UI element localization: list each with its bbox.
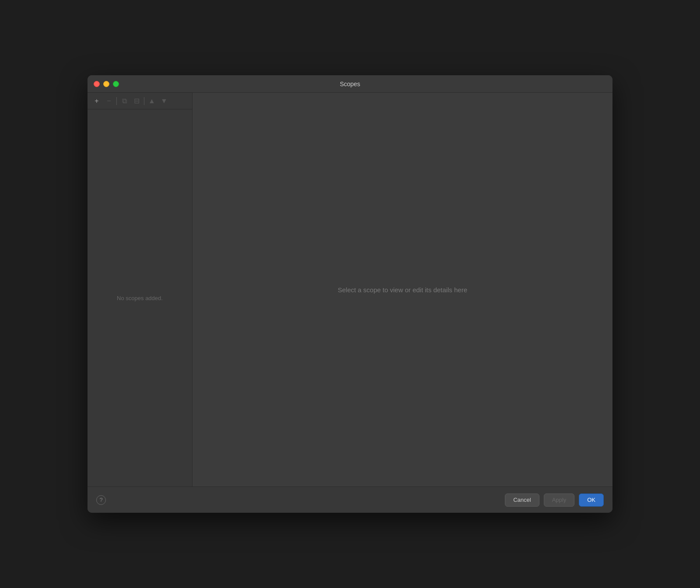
- footer: ? Cancel Apply OK: [88, 486, 612, 513]
- ok-button[interactable]: OK: [579, 494, 604, 507]
- sidebar-toolbar: + − ⧉ ⊟ ▲ ▼: [88, 93, 192, 109]
- maximize-button[interactable]: [113, 81, 119, 87]
- save-scope-button[interactable]: ⊟: [131, 95, 142, 107]
- footer-buttons: Cancel Apply OK: [505, 494, 604, 507]
- main-content: + − ⧉ ⊟ ▲ ▼ No scopes added. Select a sc…: [88, 93, 612, 486]
- toolbar-separator-1: [116, 97, 117, 105]
- title-bar: Scopes: [88, 75, 612, 93]
- detail-panel: Select a scope to view or edit its detai…: [192, 93, 612, 486]
- move-down-button[interactable]: ▼: [158, 95, 170, 107]
- copy-scope-button[interactable]: ⧉: [119, 95, 130, 107]
- sidebar: + − ⧉ ⊟ ▲ ▼ No scopes added.: [88, 93, 192, 486]
- window-title: Scopes: [340, 80, 360, 88]
- add-scope-button[interactable]: +: [91, 95, 102, 107]
- scope-list: No scopes added.: [88, 109, 192, 486]
- toolbar-separator-2: [144, 97, 144, 105]
- move-up-button[interactable]: ▲: [146, 95, 158, 107]
- close-button[interactable]: [94, 81, 100, 87]
- footer-left: ?: [96, 495, 106, 505]
- cancel-button[interactable]: Cancel: [505, 494, 539, 507]
- apply-button[interactable]: Apply: [544, 494, 575, 507]
- detail-placeholder-text: Select a scope to view or edit its detai…: [338, 286, 467, 294]
- traffic-lights: [94, 81, 119, 87]
- scopes-dialog: Scopes + − ⧉ ⊟ ▲ ▼ No scopes added. Sele…: [88, 75, 612, 513]
- remove-scope-button[interactable]: −: [103, 95, 115, 107]
- minimize-button[interactable]: [103, 81, 109, 87]
- no-scopes-label: No scopes added.: [117, 295, 163, 301]
- help-button[interactable]: ?: [96, 495, 106, 505]
